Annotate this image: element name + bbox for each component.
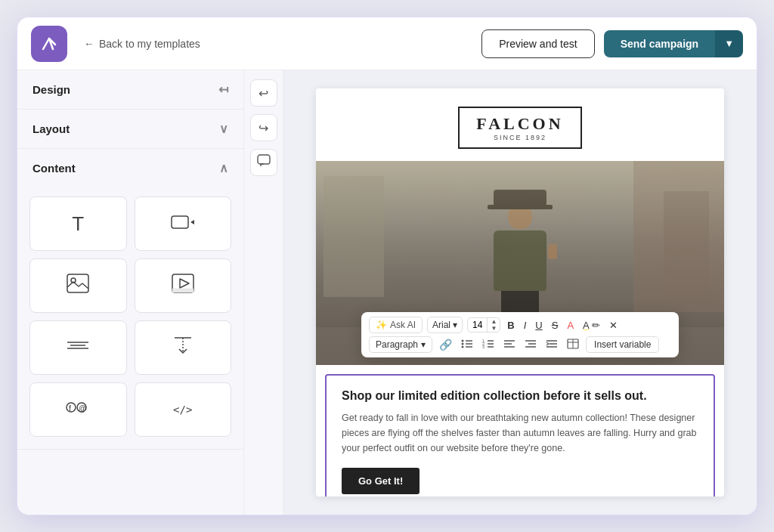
brand-sub: SINCE 1892 [476,134,563,141]
font-name: Arial [432,320,450,330]
strikethrough-button[interactable]: S [550,318,561,332]
svg-point-20 [462,345,464,348]
highlight-button[interactable]: A ✏ [580,318,602,332]
app-container: ← Back to my templates Preview and test … [17,17,757,515]
email-content-section: Shop our limited edition collection befo… [325,374,715,496]
sidebar-design-section: Design ↤ [17,70,243,110]
button-widget[interactable] [135,196,232,251]
ai-sparkle-icon: ✨ [376,320,387,330]
sidebar-design-label: Design [33,83,70,96]
size-down-icon[interactable]: ▼ [491,325,497,332]
send-campaign-caret[interactable]: ▼ [715,30,743,57]
preview-button[interactable]: Preview and test [481,29,595,58]
sidebar-layout-label: Layout [33,122,70,135]
undo-button[interactable]: ↩ [250,79,277,107]
sidebar-layout-icon: ∨ [219,122,228,136]
paragraph-label: Paragraph [376,339,418,350]
back-link[interactable]: ← Back to my templates [84,38,200,50]
video-widget[interactable] [135,258,232,313]
logo-icon [39,34,59,54]
svg-rect-1 [67,274,88,292]
email-body-text: Get ready to fall in love with our breat… [342,410,698,456]
sidebar-widget-grid: T [17,187,243,449]
table-button[interactable] [565,337,581,353]
logo-box [31,26,67,62]
ordered-list-button[interactable]: 1. 2. 3. [480,337,497,353]
email-cta-button[interactable]: Go Get It! [342,468,420,494]
font-size-value[interactable]: 14 [468,318,488,332]
clear-format-button[interactable]: ✕ [607,318,620,332]
html-icon: </> [173,404,192,416]
button-icon [171,213,195,235]
underline-button[interactable]: U [533,318,544,332]
image-icon [67,274,89,298]
svg-text:f: f [69,404,72,413]
paragraph-chevron: ▾ [421,339,426,350]
send-campaign-group: Send campaign ▼ [604,30,743,57]
email-logo-row: FALCON SINCE 1892 [316,88,724,161]
text-color-button[interactable]: A [565,318,576,332]
ask-ai-button[interactable]: ✨ Ask AI [369,317,423,333]
sidebar-content-label: Content [33,162,76,175]
sidebar-content-section: Content ∧ T [17,149,243,450]
rt-row2: Paragraph ▾ 🔗 [369,336,671,353]
undo-icon: ↩ [259,86,268,101]
spacer-widget[interactable] [135,320,232,375]
svg-rect-15 [258,155,270,164]
comment-icon [257,154,271,171]
email-hero-image: ✨ Ask AI Arial ▾ 14 ▲ ▼ [316,161,724,365]
divider-widget[interactable] [29,320,127,375]
svg-rect-5 [172,289,194,292]
spacer-icon [172,336,194,360]
indent-button[interactable] [543,337,560,353]
align-right-button[interactable] [522,337,539,353]
font-size-control: 14 ▲ ▼ [467,317,500,332]
svg-marker-4 [180,279,189,288]
paragraph-select[interactable]: Paragraph ▾ [369,336,432,353]
rt-row1: ✨ Ask AI Arial ▾ 14 ▲ ▼ [369,317,671,333]
social-icon: f @ [65,399,91,420]
canvas-area: FALCON SINCE 1892 [283,70,757,515]
svg-rect-0 [172,216,188,228]
font-size-stepper[interactable]: ▲ ▼ [488,318,500,332]
email-heading: Shop our limited edition collection befo… [342,389,698,403]
falcon-logo: FALCON SINCE 1892 [458,107,581,149]
unordered-list-button[interactable] [459,337,475,353]
sidebar-content-header[interactable]: Content ∧ [17,149,243,187]
font-select[interactable]: Arial ▾ [427,317,463,333]
sidebar-content-icon: ∧ [219,161,228,175]
link-button[interactable]: 🔗 [437,337,454,352]
rich-text-toolbar: ✨ Ask AI Arial ▾ 14 ▲ ▼ [361,312,679,357]
html-widget[interactable]: </> [135,382,232,437]
redo-icon: ↪ [259,121,268,135]
ask-ai-label: Ask AI [390,320,416,330]
brand-name: FALCON [476,114,563,134]
size-up-icon[interactable]: ▲ [491,318,497,325]
svg-text:3.: 3. [482,345,485,349]
svg-point-18 [462,342,464,345]
align-left-button[interactable] [501,337,518,353]
sidebar-layout-header[interactable]: Layout ∨ [17,110,243,148]
sidebar-design-icon: ↤ [218,82,228,97]
sidebar-layout-section: Layout ∨ [17,110,243,149]
italic-button[interactable]: I [522,318,529,332]
redo-button[interactable]: ↪ [250,114,277,141]
font-select-chevron: ▾ [453,320,457,330]
image-widget[interactable] [29,258,127,313]
svg-point-16 [462,339,464,342]
sidebar-design-header[interactable]: Design ↤ [17,70,243,109]
insert-variable-button[interactable]: Insert variable [586,336,659,353]
toolbar-panel: ↩ ↪ [244,70,283,515]
svg-text:@: @ [79,404,86,413]
bold-button[interactable]: B [505,318,516,332]
send-campaign-button[interactable]: Send campaign [604,30,715,57]
divider-icon [66,336,90,359]
text-icon: T [72,212,84,236]
social-widget[interactable]: f @ [29,382,127,437]
comment-button[interactable] [250,149,277,176]
sidebar: Design ↤ Layout ∨ Content ∧ [17,70,244,515]
text-widget[interactable]: T [29,196,127,251]
back-arrow-icon: ← [84,38,94,50]
pen-icon: ✏ [592,320,600,331]
email-canvas: FALCON SINCE 1892 [316,88,724,496]
